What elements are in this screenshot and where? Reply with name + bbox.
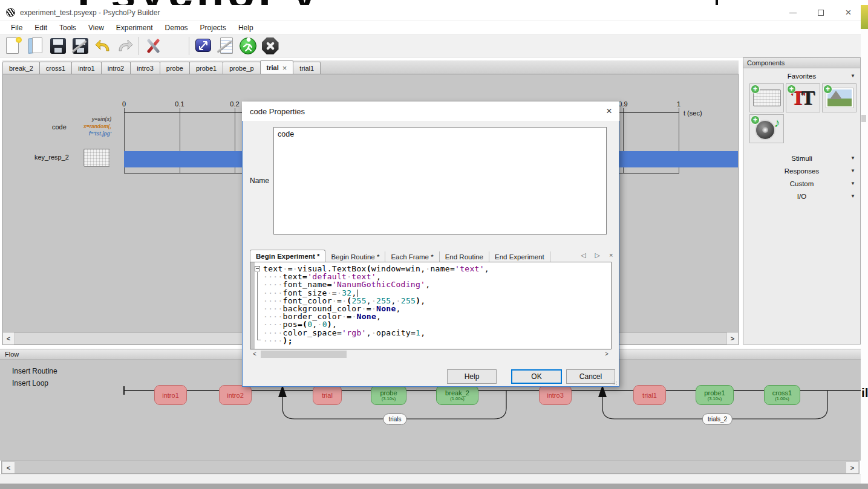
add-sound-component-button[interactable]: ♪+ [749,114,784,143]
scroll-left-arrow[interactable]: < [2,462,15,473]
routine-tab-probe_p[interactable]: probe_p [223,62,260,74]
flow-routine-trial[interactable]: trial [313,385,342,405]
routine-tab-label: probe1 [196,65,217,72]
name-field[interactable]: code [273,127,607,235]
routine-tab-intro2[interactable]: intro2 [101,62,131,74]
toolbar-separator [139,37,139,55]
routine-tab-label: cross1 [46,65,65,72]
maximize-icon [818,10,824,16]
tick-label-0.1: 0.1 [175,100,184,108]
toolbar-save-as-button[interactable] [69,36,91,56]
routine-tab-trial1[interactable]: trial1 [293,62,321,74]
routine-tab-probe1[interactable]: probe1 [189,62,223,74]
add-plus-icon: + [751,115,760,125]
components-section-i-o[interactable]: I/O▼ [743,191,860,201]
toolbar-save-button[interactable] [47,36,69,56]
routine-duration: (3.10s) [708,396,722,401]
experiment-settings-icon [194,37,212,55]
add-image-component-button[interactable]: + [822,83,857,112]
flow-routine-probe1[interactable]: probe1(3.10s) [696,385,734,405]
toolbar-run-button[interactable] [237,36,259,56]
menu-projects[interactable]: Projects [194,22,232,34]
scroll-left-arrow[interactable]: < [250,350,259,358]
code-line: ····); [263,337,489,345]
main-horizontal-scrollbar[interactable]: < > [1,461,860,474]
minimize-button[interactable] [779,5,806,21]
toolbar-undo-button[interactable] [91,36,114,56]
menu-view[interactable]: View [82,22,110,34]
flow-routine-intro1[interactable]: intro1 [154,385,187,405]
code-text[interactable]: text·=·visual.TextBox(window=win,·name='… [263,265,489,345]
fold-collapse-icon[interactable] [255,266,260,271]
code-editor[interactable]: text·=·visual.TextBox(window=win,·name='… [250,262,612,349]
menu-help[interactable]: Help [232,22,259,34]
toolbar-open-file-button[interactable] [24,36,47,56]
background-text-fragment: il [861,386,868,400]
toolbar-compile-script-button[interactable] [214,36,237,56]
menu-experiment[interactable]: Experiment [110,22,159,34]
scroll-right-arrow[interactable]: > [846,462,858,473]
add-keyboard-component-button[interactable]: + [749,83,784,112]
scroll-right-arrow[interactable]: > [727,332,738,345]
close-button[interactable]: × [835,5,862,21]
toolbar-monitor-center-button[interactable] [164,36,186,56]
scroll-left-arrow[interactable]: < [3,332,14,345]
flow-routine-probe[interactable]: probe(3.10s) [371,385,406,405]
preferences-icon [144,37,162,55]
tick-label-0: 0 [122,100,126,108]
menu-demos[interactable]: Demos [159,22,194,34]
toolbar-preferences-button[interactable] [142,36,164,56]
menu-tools[interactable]: Tools [53,22,82,34]
dialog-tab-each-frame-[interactable]: Each Frame * [385,251,439,262]
tab-close-icon[interactable]: × [282,63,287,73]
dialog-resize-grip[interactable] [612,380,618,386]
ok-button[interactable]: OK [511,369,562,384]
dialog-tab-end-routine[interactable]: End Routine [440,251,489,262]
maximize-button[interactable] [807,5,834,21]
dialog-close-button[interactable]: × [604,105,615,117]
keyboard-icon[interactable] [83,149,110,167]
open-file-icon [27,37,45,55]
code-token: ); [283,336,293,345]
routine-tab-intro3[interactable]: intro3 [130,62,160,74]
toolbar-stop-button[interactable] [259,36,281,56]
scrollbar-thumb[interactable] [261,351,347,358]
dialog-tab-begin-routine-[interactable]: Begin Routine * [325,251,385,262]
routine-tab-cross1[interactable]: cross1 [39,62,72,74]
components-section-stimuli[interactable]: Stimuli▼ [743,153,860,163]
dialog-tab-nav[interactable]: ◁ ▷ × [581,251,616,259]
menu-file[interactable]: File [5,22,28,34]
routine-tab-break_2[interactable]: break_2 [2,62,40,74]
menu-edit[interactable]: Edit [28,22,53,34]
flow-routine-trial1[interactable]: trial1 [633,385,666,405]
background-chip-fragment [861,115,866,122]
code-component-icon[interactable]: y=sin(x)x=random(,f='tst.jpg' [75,115,111,137]
help-button[interactable]: Help [447,369,497,384]
add-textbox-component-button[interactable]: TT+ [786,83,820,112]
dialog-tab-begin-experiment-[interactable]: Begin Experiment * [250,250,325,262]
flow-loop-trials_2[interactable]: trials_2 [702,413,733,425]
flow-routine-cross1[interactable]: cross1(1.00s) [764,385,800,405]
dialog-title-bar[interactable]: code Properties × [242,102,619,121]
toolbar-new-file-button[interactable] [2,36,24,56]
dialog-tab-end-experiment[interactable]: End Experiment [489,251,550,262]
editor-horizontal-scrollbar[interactable]: < > [250,349,611,358]
section-label: Custom [790,180,814,187]
flow-routine-intro2[interactable]: intro2 [219,385,252,405]
toolbar-experiment-settings-button[interactable] [192,36,214,56]
monitor-center-icon [166,37,184,55]
components-section-responses[interactable]: Responses▼ [743,166,860,176]
components-section-custom[interactable]: Custom▼ [743,178,860,189]
add-plus-icon: + [751,85,760,94]
background-heading-fragment: PsychoPy [77,0,321,5]
routine-tab-probe[interactable]: probe [160,62,190,74]
flow-routine-break_2[interactable]: break_2(1.00s) [436,385,478,405]
flow-loop-trials[interactable]: trials [383,413,406,425]
routine-tab-trial[interactable]: trial× [260,60,294,74]
routine-tab-intro1[interactable]: intro1 [71,62,102,74]
toolbar-redo-button[interactable] [114,36,136,56]
cancel-button[interactable]: Cancel [566,369,615,384]
scroll-right-arrow[interactable]: > [602,350,611,358]
components-section-favorites[interactable]: Favorites▼ [743,71,860,81]
flow-routine-intro3[interactable]: intro3 [539,385,572,405]
